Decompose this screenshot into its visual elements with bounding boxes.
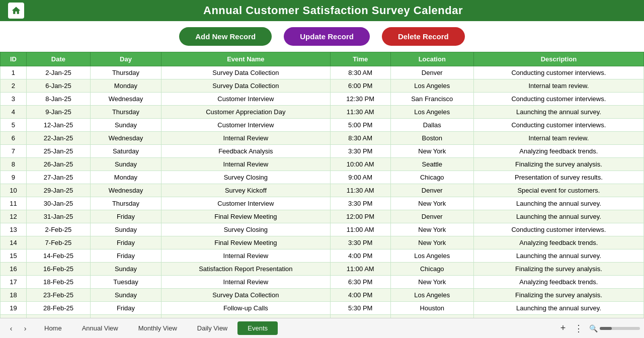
table-row[interactable]: 132-Feb-25SundaySurvey Closing11:00 AMNe…	[1, 223, 644, 236]
cell-8-6: Presentation of survey results.	[473, 171, 643, 184]
cell-16-4: 6:30 PM	[330, 276, 390, 289]
nav-tab-daily-view[interactable]: Daily View	[187, 321, 237, 335]
table-container: IDDateDayEvent NameTimeLocationDescripti…	[0, 52, 644, 318]
table-row[interactable]: 1130-Jan-25ThursdayCustomer Interview3:3…	[1, 197, 644, 210]
cell-12-0: 13	[1, 223, 27, 236]
nav-tab-home[interactable]: Home	[34, 321, 72, 335]
cell-8-4: 9:00 AM	[330, 171, 390, 184]
nav-tab-monthly-view[interactable]: Monthly View	[128, 321, 187, 335]
zoom-control: 🔍	[589, 324, 640, 332]
cell-3-6: Launching the annual survey.	[473, 106, 643, 119]
cell-12-2: Sunday	[90, 223, 161, 236]
table-row[interactable]: 1928-Feb-25FridayFollow-up Calls5:30 PMH…	[1, 302, 644, 315]
table-row[interactable]: 622-Jan-25WednesdayInternal Review8:30 A…	[1, 132, 644, 145]
cell-16-5: New York	[390, 276, 473, 289]
table-row[interactable]: 927-Jan-25MondaySurvey Closing9:00 AMChi…	[1, 171, 644, 184]
cell-8-5: Chicago	[390, 171, 473, 184]
cell-1-6: Internal team review.	[473, 79, 643, 93]
table-row[interactable]: 725-Jan-25SaturdayFeedback Analysis3:30 …	[1, 145, 644, 158]
col-header-id: ID	[1, 52, 27, 66]
cell-5-2: Wednesday	[90, 132, 161, 145]
cell-6-3: Feedback Analysis	[161, 145, 330, 158]
cell-4-5: Dallas	[390, 119, 473, 132]
cell-5-6: Internal team review.	[473, 132, 643, 145]
cell-6-4: 3:30 PM	[330, 145, 390, 158]
cell-5-3: Internal Review	[161, 132, 330, 145]
cell-18-3: Follow-up Calls	[161, 302, 330, 315]
cell-3-5: Los Angeles	[390, 106, 473, 119]
cell-0-4: 8:30 AM	[330, 66, 390, 79]
table-row[interactable]: 26-Jan-25MondaySurvey Data Collection6:0…	[1, 79, 644, 93]
cell-7-3: Internal Review	[161, 158, 330, 171]
table-row[interactable]: 1718-Feb-25TuesdayInternal Review6:30 PM…	[1, 276, 644, 289]
table-row[interactable]: 1231-Jan-25FridayFinal Review Meeting12:…	[1, 210, 644, 223]
col-header-day: Day	[90, 52, 161, 66]
cell-2-2: Wednesday	[90, 93, 161, 106]
cell-18-0: 19	[1, 302, 27, 315]
cell-3-2: Thursday	[90, 106, 161, 119]
cell-1-2: Monday	[90, 79, 161, 93]
update-record-button[interactable]: Update Record	[284, 27, 370, 46]
table-row[interactable]: 826-Jan-25SundayInternal Review10:00 AMS…	[1, 158, 644, 171]
cell-4-4: 5:00 PM	[330, 119, 390, 132]
cell-0-1: 2-Jan-25	[26, 66, 90, 79]
table-row[interactable]: 1616-Feb-25SundaySatisfaction Report Pre…	[1, 263, 644, 276]
cell-7-4: 10:00 AM	[330, 158, 390, 171]
delete-record-button[interactable]: Delete Record	[382, 27, 465, 46]
page-title: Annual Customer Satisfaction Survey Cale…	[30, 4, 636, 17]
table-row[interactable]: 1823-Feb-25SundaySurvey Data Collection4…	[1, 289, 644, 302]
zoom-bar[interactable]	[600, 327, 640, 330]
zoom-icon: 🔍	[589, 324, 598, 332]
more-options-button[interactable]: ⋮	[570, 323, 587, 334]
cell-14-4: 4:00 PM	[330, 249, 390, 263]
cell-7-0: 8	[1, 158, 27, 171]
cell-7-6: Finalizing the survey analysis.	[473, 158, 643, 171]
col-header-date: Date	[26, 52, 90, 66]
cell-15-2: Sunday	[90, 263, 161, 276]
cell-6-1: 25-Jan-25	[26, 145, 90, 158]
cell-13-4: 3:30 PM	[330, 236, 390, 249]
table-row[interactable]: 1514-Feb-25FridayInternal Review4:00 PML…	[1, 249, 644, 263]
cell-10-1: 30-Jan-25	[26, 197, 90, 210]
cell-16-1: 18-Feb-25	[26, 276, 90, 289]
cell-13-3: Final Review Meeting	[161, 236, 330, 249]
next-arrow[interactable]: ›	[18, 321, 32, 335]
bottom-nav: ‹ › HomeAnnual ViewMonthly ViewDaily Vie…	[0, 318, 644, 338]
cell-15-6: Finalizing the survey analysis.	[473, 263, 643, 276]
cell-9-2: Wednesday	[90, 184, 161, 197]
cell-9-1: 29-Jan-25	[26, 184, 90, 197]
table-row[interactable]: 38-Jan-25WednesdayCustomer Interview12:3…	[1, 93, 644, 106]
cell-2-4: 12:30 PM	[330, 93, 390, 106]
toolbar: Add New Record Update Record Delete Reco…	[0, 21, 644, 52]
cell-3-4: 11:30 AM	[330, 106, 390, 119]
cell-14-3: Internal Review	[161, 249, 330, 263]
table-row[interactable]: 1029-Jan-25WednesdaySurvey Kickoff11:30 …	[1, 184, 644, 197]
cell-16-0: 17	[1, 276, 27, 289]
add-new-record-button[interactable]: Add New Record	[179, 27, 272, 46]
cell-9-6: Special event for customers.	[473, 184, 643, 197]
cell-1-5: Los Angeles	[390, 79, 473, 93]
cell-10-5: New York	[390, 197, 473, 210]
table-row[interactable]: 49-Jan-25ThursdayCustomer Appreciation D…	[1, 106, 644, 119]
cell-9-5: Denver	[390, 184, 473, 197]
cell-17-6: Finalizing the survey analysis.	[473, 289, 643, 302]
table-row[interactable]: 12-Jan-25ThursdaySurvey Data Collection8…	[1, 66, 644, 79]
cell-17-5: Los Angeles	[390, 289, 473, 302]
table-row[interactable]: 512-Jan-25SundayCustomer Interview5:00 P…	[1, 119, 644, 132]
cell-8-3: Survey Closing	[161, 171, 330, 184]
cell-0-0: 1	[1, 66, 27, 79]
cell-3-1: 9-Jan-25	[26, 106, 90, 119]
nav-tab-annual-view[interactable]: Annual View	[72, 321, 128, 335]
nav-tabs: HomeAnnual ViewMonthly ViewDaily ViewEve…	[34, 321, 556, 335]
nav-tab-events[interactable]: Events	[237, 321, 278, 335]
cell-15-0: 16	[1, 263, 27, 276]
table-row[interactable]: 147-Feb-25FridayFinal Review Meeting3:30…	[1, 236, 644, 249]
cell-13-0: 14	[1, 236, 27, 249]
cell-9-3: Survey Kickoff	[161, 184, 330, 197]
col-header-description: Description	[473, 52, 643, 66]
home-button[interactable]	[8, 3, 24, 19]
cell-10-0: 11	[1, 197, 27, 210]
cell-0-5: Denver	[390, 66, 473, 79]
add-tab-button[interactable]: +	[556, 321, 570, 335]
prev-arrow[interactable]: ‹	[4, 321, 18, 335]
